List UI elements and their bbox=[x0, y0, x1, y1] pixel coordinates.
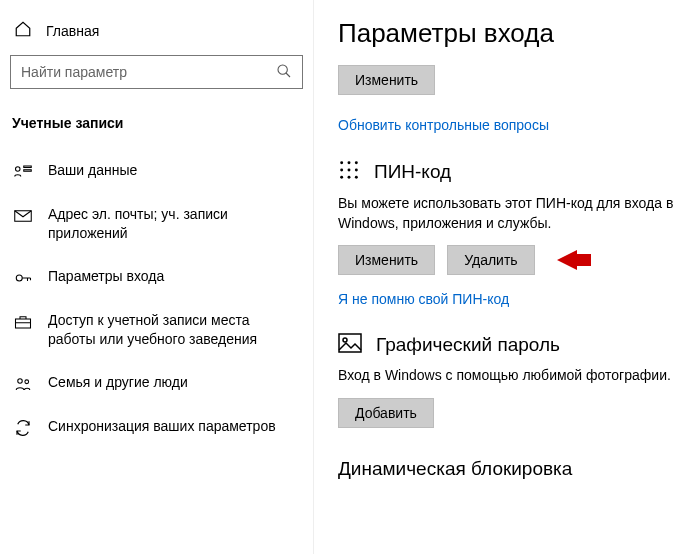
sidebar-item-sync[interactable]: Синхронизация ваших параметров bbox=[10, 405, 303, 449]
svg-point-20 bbox=[343, 338, 347, 342]
svg-point-8 bbox=[18, 378, 23, 383]
settings-sidebar: Главная Учетные записи Ваши данные Адрес… bbox=[0, 0, 314, 554]
svg-point-9 bbox=[25, 379, 29, 383]
svg-point-11 bbox=[348, 161, 351, 164]
home-nav[interactable]: Главная bbox=[10, 16, 303, 55]
sidebar-item-label: Адрес эл. почты; уч. записи приложений bbox=[48, 205, 299, 243]
svg-point-12 bbox=[355, 161, 358, 164]
red-arrow-annotation bbox=[557, 250, 577, 270]
svg-point-14 bbox=[348, 169, 351, 172]
page-title: Параметры входа bbox=[338, 18, 690, 49]
sidebar-item-email-accounts[interactable]: Адрес эл. почты; уч. записи приложений bbox=[10, 193, 303, 255]
pin-section-header: ПИН-код bbox=[338, 159, 690, 184]
svg-point-15 bbox=[355, 169, 358, 172]
search-icon bbox=[276, 63, 292, 82]
svg-point-6 bbox=[16, 275, 22, 281]
mail-icon bbox=[14, 207, 32, 225]
sidebar-item-label: Семья и другие люди bbox=[48, 373, 188, 392]
person-card-icon bbox=[14, 163, 32, 181]
update-questions-link[interactable]: Обновить контрольные вопросы bbox=[338, 117, 549, 133]
pin-keypad-icon bbox=[338, 159, 360, 184]
svg-point-16 bbox=[340, 176, 343, 179]
people-icon bbox=[14, 375, 32, 393]
home-label: Главная bbox=[46, 23, 99, 39]
picture-heading: Графический пароль bbox=[376, 334, 560, 356]
svg-point-0 bbox=[278, 65, 287, 74]
pin-delete-button[interactable]: Удалить bbox=[447, 245, 534, 275]
sidebar-item-your-info[interactable]: Ваши данные bbox=[10, 149, 303, 193]
sidebar-section-title: Учетные записи bbox=[10, 111, 303, 149]
sidebar-item-label: Синхронизация ваших параметров bbox=[48, 417, 276, 436]
change-password-button[interactable]: Изменить bbox=[338, 65, 435, 95]
sidebar-item-family[interactable]: Семья и другие люди bbox=[10, 361, 303, 405]
svg-rect-3 bbox=[24, 170, 32, 172]
search-input[interactable] bbox=[21, 64, 276, 80]
key-icon bbox=[14, 269, 32, 287]
pin-description: Вы можете использовать этот ПИН-код для … bbox=[338, 194, 690, 233]
picture-add-button[interactable]: Добавить bbox=[338, 398, 434, 428]
svg-point-17 bbox=[348, 176, 351, 179]
svg-point-4 bbox=[16, 167, 21, 172]
picture-description: Вход в Windows с помощью любимой фотогра… bbox=[338, 366, 690, 386]
sidebar-item-label: Доступ к учетной записи места работы или… bbox=[48, 311, 299, 349]
svg-point-10 bbox=[340, 161, 343, 164]
picture-section-header: Графический пароль bbox=[338, 333, 690, 356]
forgot-pin-link[interactable]: Я не помню свой ПИН-код bbox=[338, 291, 509, 307]
pin-change-button[interactable]: Изменить bbox=[338, 245, 435, 275]
svg-line-1 bbox=[286, 73, 290, 77]
main-content: Параметры входа Изменить Обновить контро… bbox=[314, 0, 700, 554]
pin-heading: ПИН-код bbox=[374, 161, 451, 183]
picture-icon bbox=[338, 333, 362, 356]
briefcase-icon bbox=[14, 313, 32, 331]
svg-rect-7 bbox=[16, 319, 31, 328]
search-box[interactable] bbox=[10, 55, 303, 89]
svg-point-18 bbox=[355, 176, 358, 179]
svg-point-13 bbox=[340, 169, 343, 172]
sync-icon bbox=[14, 419, 32, 437]
svg-rect-2 bbox=[24, 166, 32, 168]
home-icon bbox=[14, 20, 32, 41]
sidebar-item-label: Параметры входа bbox=[48, 267, 164, 286]
sidebar-item-work-school[interactable]: Доступ к учетной записи места работы или… bbox=[10, 299, 303, 361]
sidebar-item-signin-options[interactable]: Параметры входа bbox=[10, 255, 303, 299]
dynamic-lock-heading: Динамическая блокировка bbox=[338, 458, 690, 480]
svg-rect-19 bbox=[339, 334, 361, 352]
sidebar-item-label: Ваши данные bbox=[48, 161, 137, 180]
